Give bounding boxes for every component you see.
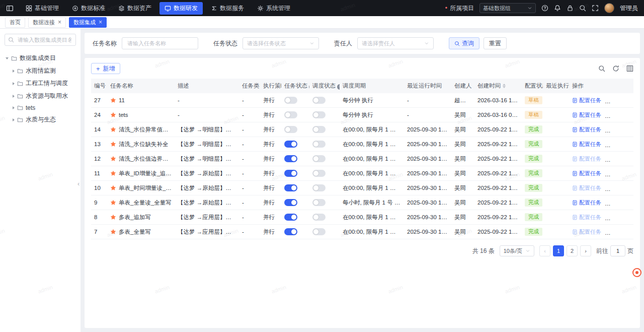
column-header[interactable]: 创建时间 xyxy=(474,79,522,93)
owner-select[interactable]: 请选择责任人 xyxy=(357,37,434,49)
main-menu: 基础管理数据标准数据资产数据研发数据服务系统管理 xyxy=(21,2,440,15)
page-button-2[interactable]: 2 xyxy=(567,245,578,256)
avatar[interactable] xyxy=(604,3,614,13)
more-link[interactable]: 更多 xyxy=(626,214,633,221)
table-row: 12清洗_水位值边界调整【达梦 →明细层】水位值边界...-并行在00:00, … xyxy=(91,152,633,166)
schedule-status-toggle[interactable] xyxy=(312,199,326,206)
task-status-toggle[interactable] xyxy=(284,111,297,118)
owner-label: 责任人 xyxy=(334,39,352,48)
schedule-status-toggle[interactable] xyxy=(312,214,326,221)
nav-item-data-service[interactable]: 数据服务 xyxy=(206,2,249,15)
schedule-status-toggle[interactable] xyxy=(312,97,326,104)
tab-home[interactable]: 首页 xyxy=(5,17,25,28)
task-status-toggle[interactable] xyxy=(284,141,297,148)
task-type-icon xyxy=(110,97,116,103)
task-status-toggle[interactable] xyxy=(284,170,297,177)
column-header: 编号 xyxy=(91,79,107,93)
config-task-link[interactable]: 配置任务 xyxy=(572,97,601,104)
prev-page-button[interactable]: ‹ xyxy=(539,245,550,256)
config-icon xyxy=(572,171,578,176)
sort-icon[interactable] xyxy=(503,84,506,88)
page-button-1[interactable]: 1 xyxy=(553,245,564,256)
tree-node[interactable]: 工程工情与调度 xyxy=(5,77,76,90)
notification-icon[interactable] xyxy=(554,5,561,12)
project-select[interactable]: 基础数据组 xyxy=(479,3,536,13)
table-search-icon[interactable] xyxy=(598,65,605,72)
task-status-select[interactable]: 请选择任务状态 xyxy=(243,37,319,49)
schedule-status-toggle[interactable] xyxy=(312,228,326,235)
schedule-status-toggle[interactable] xyxy=(312,111,326,118)
table-refresh-icon[interactable] xyxy=(612,65,619,72)
config-task-link[interactable]: 配置任务 xyxy=(572,199,601,207)
tree-node[interactable]: tets xyxy=(5,102,76,113)
task-name-input[interactable] xyxy=(126,40,194,47)
config-task-link[interactable]: 配置任务 xyxy=(572,170,601,177)
help-icon[interactable] xyxy=(541,5,548,12)
sidebar-toggle-icon[interactable] xyxy=(6,5,14,12)
nav-item-base-mgmt[interactable]: 基础管理 xyxy=(21,2,64,15)
task-status-toggle[interactable] xyxy=(284,199,297,206)
more-link[interactable]: 更多 xyxy=(626,141,633,148)
page-size-select[interactable]: 10条/页 xyxy=(500,245,534,256)
more-link[interactable]: 更多 xyxy=(626,126,633,134)
task-status-toggle[interactable] xyxy=(284,184,297,191)
sidebar-collapse-handle[interactable]: ‹ xyxy=(77,180,79,187)
tree-node[interactable]: 水雨情监测 xyxy=(5,64,76,77)
next-page-button[interactable]: › xyxy=(580,245,591,256)
nav-item-data-dev[interactable]: 数据研发 xyxy=(159,2,203,15)
nav-item-data-standard[interactable]: 数据标准 xyxy=(67,2,110,15)
table-row: 13清洗_水位缺失补全【达梦 →明细层】补全水位单位-并行在00:00, 限每月… xyxy=(91,137,633,152)
config-task-link[interactable]: 配置任务 xyxy=(572,214,601,221)
info-icon[interactable]: ? xyxy=(309,84,309,90)
task-status-toggle[interactable] xyxy=(284,126,297,133)
config-task-link[interactable]: 配置任务 xyxy=(572,155,601,163)
close-icon[interactable]: × xyxy=(58,19,61,25)
floating-help-button[interactable] xyxy=(632,268,641,277)
reset-button[interactable]: 重置 xyxy=(484,37,507,49)
folder-icon xyxy=(17,81,23,87)
more-icon xyxy=(626,127,632,132)
query-button[interactable]: 查询 xyxy=(449,37,479,49)
config-task-link[interactable]: 配置任务 xyxy=(572,141,601,148)
schedule-status-toggle[interactable] xyxy=(312,170,326,177)
nav-item-data-asset[interactable]: 数据资产 xyxy=(113,2,156,15)
schedule-status-toggle[interactable] xyxy=(312,141,326,148)
search-icon[interactable] xyxy=(579,5,586,12)
search-icon xyxy=(8,37,14,43)
info-icon[interactable]: ? xyxy=(337,84,340,90)
goto-page-input[interactable] xyxy=(610,245,625,256)
tree-root-node[interactable]: 数据集成类目 xyxy=(5,52,76,64)
folder-icon xyxy=(11,55,17,61)
config-icon xyxy=(572,200,578,206)
more-link[interactable]: 更多 xyxy=(626,184,633,192)
fullscreen-icon[interactable] xyxy=(592,5,599,12)
config-task-link[interactable]: 配置任务 xyxy=(572,228,601,236)
category-search-input[interactable] xyxy=(17,36,72,43)
tree-node[interactable]: 水质与生态 xyxy=(5,113,76,126)
nav-item-system-mgmt[interactable]: 系统管理 xyxy=(252,2,295,15)
more-link[interactable]: 更多 xyxy=(626,199,633,207)
schedule-status-toggle[interactable] xyxy=(312,126,326,133)
task-status-toggle[interactable] xyxy=(284,155,297,162)
nav-item-label: 基础管理 xyxy=(35,4,59,13)
more-link[interactable]: 更多 xyxy=(626,155,633,163)
lock-icon[interactable] xyxy=(567,5,574,12)
column-settings-icon[interactable] xyxy=(626,65,633,72)
schedule-status-toggle[interactable] xyxy=(312,184,326,191)
tab-data-connection[interactable]: 数据连接× xyxy=(28,17,66,28)
schedule-status-toggle[interactable] xyxy=(312,155,326,162)
close-icon[interactable]: × xyxy=(99,19,102,25)
config-task-link[interactable]: 配置任务 xyxy=(572,184,601,192)
task-status-toggle[interactable] xyxy=(284,97,297,104)
more-link[interactable]: 更多 xyxy=(626,228,633,236)
more-link[interactable]: 更多 xyxy=(626,111,633,119)
tree-node[interactable]: 水资源与取用水 xyxy=(5,90,76,102)
add-task-button[interactable]: 新增 xyxy=(91,63,120,74)
tab-data-integration[interactable]: 数据集成× xyxy=(69,17,107,28)
config-task-link[interactable]: 配置任务 xyxy=(572,126,601,134)
task-status-toggle[interactable] xyxy=(284,228,297,235)
task-status-toggle[interactable] xyxy=(284,214,297,221)
more-link[interactable]: 更多 xyxy=(626,170,633,177)
config-task-link[interactable]: 配置任务 xyxy=(572,111,601,119)
more-link[interactable]: 更多 xyxy=(626,97,633,104)
